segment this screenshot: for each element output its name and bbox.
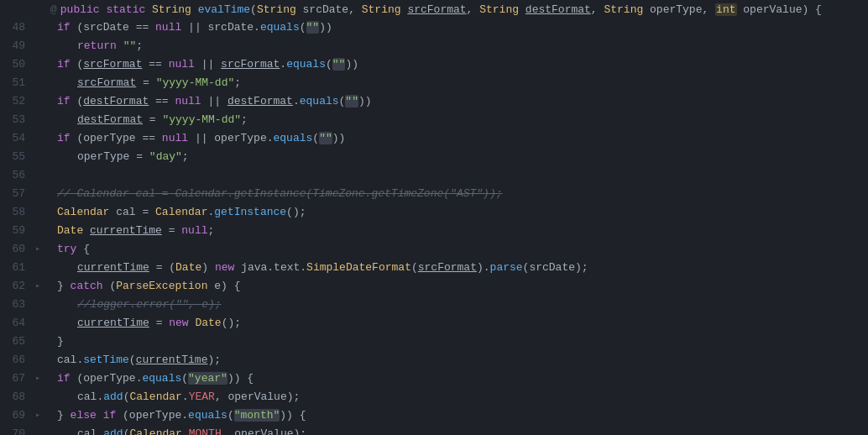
line-numbers-gutter: 48 49 50 51 52 53 54 55 56 57 58 59 60▸ — [0, 18, 44, 435]
line-number: 65 — [0, 333, 32, 351]
code-line-70: cal.add(Calendar.MONTH, operValue); — [47, 425, 868, 435]
code-line-63: //logger.error("", e); — [47, 296, 868, 314]
code-editor: @ public static String evalTime(String s… — [0, 0, 868, 435]
code-line-60: try { — [47, 240, 868, 259]
line-number: 67 — [0, 369, 32, 388]
code-line-51: srcFormat = "yyyy-MM-dd"; — [47, 74, 868, 92]
line-number: 61 — [0, 259, 32, 277]
fold-indicator[interactable]: ▸ — [32, 406, 44, 425]
line-number: 57 — [0, 185, 32, 203]
code-line-56 — [47, 166, 868, 185]
line-number: 52 — [0, 92, 32, 111]
line-number: 58 — [0, 203, 32, 222]
code-line-65: } — [47, 333, 868, 351]
line-number: 66 — [0, 351, 32, 369]
code-line-50: if (srcFormat == null || srcFormat.equal… — [47, 55, 868, 74]
code-line-67: if (operType.equals("year")) { — [47, 369, 868, 388]
code-line-66: cal.setTime(currentTime); — [47, 351, 868, 369]
fold-indicator[interactable]: ▸ — [32, 240, 44, 259]
code-line-61: currentTime = (Date) new java.text.Simpl… — [47, 259, 868, 277]
line-number: 55 — [0, 148, 32, 166]
line-number: 56 — [0, 166, 32, 185]
code-line-64: currentTime = new Date(); — [47, 314, 868, 333]
line-number: 68 — [0, 388, 32, 406]
code-line-55: operType = "day"; — [47, 148, 868, 166]
line-number: 59 — [0, 222, 32, 240]
line-number: 54 — [0, 129, 32, 148]
line-number: 63 — [0, 296, 32, 314]
fold-indicator[interactable]: ▸ — [32, 277, 44, 296]
line-number: 48 — [0, 18, 32, 37]
code-line-58: Calendar cal = Calendar.getInstance(); — [47, 203, 868, 222]
top-bar-decoration: @ — [50, 3, 57, 16]
fold-indicator[interactable]: ▸ — [32, 369, 44, 388]
line-number: 70 — [0, 425, 32, 435]
code-line-69: } else if (operType.equals("month")) { — [47, 406, 868, 425]
line-number: 69 — [0, 406, 32, 425]
code-line-54: if (operType == null || operType.equals(… — [47, 129, 868, 148]
line-number: 49 — [0, 37, 32, 55]
line-number: 51 — [0, 74, 32, 92]
method-signature: public static String evalTime(String src… — [60, 3, 822, 16]
code-line-68: cal.add(Calendar.YEAR, operValue); — [47, 388, 868, 406]
code-line-49: return ""; — [47, 37, 868, 55]
line-number: 53 — [0, 111, 32, 129]
line-number: 50 — [0, 55, 32, 74]
code-line-53: destFormat = "yyyy-MM-dd"; — [47, 111, 868, 129]
line-number: 62 — [0, 277, 32, 296]
code-content: if (srcDate == null || srcDate.equals(""… — [44, 18, 868, 435]
line-number: 60 — [0, 240, 32, 259]
code-line-48: if (srcDate == null || srcDate.equals(""… — [47, 18, 868, 37]
code-line-52: if (destFormat == null || destFormat.equ… — [47, 92, 868, 111]
code-line-59: Date currentTime = null; — [47, 222, 868, 240]
line-number: 64 — [0, 314, 32, 333]
code-line-57: // Calendar cal = Calendar.getInstance(T… — [47, 185, 868, 203]
code-line-62: } catch (ParseException e) { — [47, 277, 868, 296]
